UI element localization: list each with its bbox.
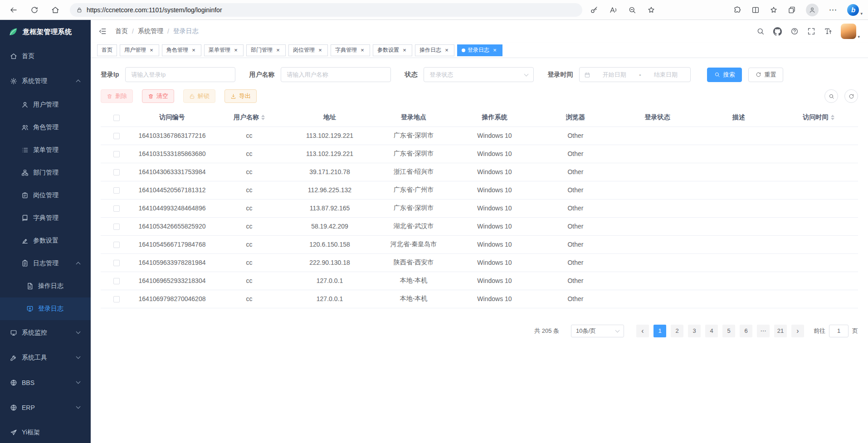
close-icon[interactable]: × [317, 47, 323, 54]
font-size-button[interactable] [824, 27, 832, 35]
status-select[interactable]: 登录状态 [424, 67, 534, 82]
user-avatar-menu[interactable]: ▾ [841, 24, 860, 39]
close-icon[interactable]: × [233, 47, 239, 54]
favorites-bar-icon[interactable] [770, 6, 778, 14]
toggle-search-button[interactable] [824, 89, 838, 103]
prev-page-button[interactable]: ‹ [636, 325, 649, 337]
sidebar-item-system-tools[interactable]: 系统工具 [0, 345, 91, 370]
sidebar-item-dict-mgmt[interactable]: 字典管理 [0, 207, 91, 229]
page-button-1[interactable]: 1 [653, 325, 666, 337]
home-button[interactable] [47, 2, 63, 18]
sidebar-item-user-mgmt[interactable]: 用户管理 [0, 93, 91, 116]
export-button[interactable]: 导出 [224, 89, 257, 103]
tab-param-settings[interactable]: 参数设置 × [373, 44, 412, 56]
row-checkbox[interactable] [113, 133, 120, 139]
row-checkbox[interactable] [113, 260, 120, 266]
address-bar[interactable]: https://ccnetcore.com:1101/system/log/lo… [70, 3, 582, 17]
page-button-4[interactable]: 4 [705, 325, 718, 337]
breadcrumb-home[interactable]: 首页 [115, 27, 128, 35]
tab-user-mgmt[interactable]: 用户管理 × [120, 44, 159, 56]
sidebar-item-erp[interactable]: ERP [0, 395, 91, 420]
tab-menu-mgmt[interactable]: 菜单管理 × [204, 44, 244, 56]
read-aloud-icon[interactable] [607, 4, 619, 16]
sidebar-item-log-mgmt[interactable]: 日志管理 [0, 252, 91, 275]
date-range-picker[interactable]: 开始日期 - 结束日期 [579, 67, 691, 82]
tab-post-mgmt[interactable]: 岗位管理 × [288, 44, 328, 56]
refresh-table-button[interactable] [844, 89, 858, 103]
reset-button[interactable]: 重置 [748, 68, 783, 82]
username-input[interactable] [281, 67, 391, 82]
split-screen-icon[interactable] [751, 6, 760, 14]
tab-login-log[interactable]: 登录日志 × [457, 44, 502, 56]
sidebar-item-yi-framework[interactable]: Yi框架 [0, 420, 91, 443]
close-icon[interactable]: × [444, 47, 450, 54]
close-icon[interactable]: × [492, 47, 498, 54]
row-checkbox[interactable] [113, 242, 120, 248]
collections-icon[interactable] [788, 6, 796, 14]
row-checkbox[interactable] [113, 224, 120, 230]
goto-page-input[interactable] [829, 325, 848, 337]
row-checkbox[interactable] [113, 187, 120, 194]
sidebar-item-role-mgmt[interactable]: 角色管理 [0, 116, 91, 139]
fullscreen-button[interactable] [807, 27, 815, 35]
search-button[interactable]: 搜索 [707, 68, 742, 82]
close-icon[interactable]: × [359, 47, 366, 54]
tab-home[interactable]: 首页 [97, 44, 117, 56]
sidebar-item-bbs[interactable]: BBS [0, 370, 91, 395]
clear-button[interactable]: 清空 [142, 89, 174, 103]
sidebar-item-post-mgmt[interactable]: 岗位管理 [0, 184, 91, 207]
ip-input[interactable] [125, 67, 235, 82]
date-start-placeholder: 开始日期 [594, 71, 634, 79]
header-search-button[interactable] [756, 27, 765, 35]
github-button[interactable] [773, 27, 782, 36]
page-button-2[interactable]: 2 [671, 325, 683, 337]
row-checkbox[interactable] [113, 278, 120, 284]
tab-role-mgmt[interactable]: 角色管理 × [162, 44, 201, 56]
page-size-select[interactable]: 10条/页 [571, 325, 624, 337]
sidebar-item-menu-mgmt[interactable]: 菜单管理 [0, 139, 91, 161]
column-access-time[interactable]: 访问时间 [779, 108, 858, 127]
help-button[interactable] [790, 27, 799, 35]
sidebar-item-login-log[interactable]: 登录日志 [0, 297, 91, 320]
tab-dept-mgmt[interactable]: 部门管理 × [246, 44, 286, 56]
next-page-button[interactable]: › [791, 325, 804, 337]
sidebar-item-operation-log[interactable]: 操作日志 [0, 275, 91, 297]
row-checkbox[interactable] [113, 205, 120, 212]
page-button-3[interactable]: 3 [688, 325, 701, 337]
sidebar-item-system-monitor[interactable]: 系统监控 [0, 320, 91, 345]
page-button-6[interactable]: 6 [740, 325, 752, 337]
close-icon[interactable]: × [148, 47, 155, 54]
row-checkbox[interactable] [113, 151, 120, 157]
breadcrumb-system-mgmt[interactable]: 系统管理 [138, 27, 163, 35]
sidebar-item-system-mgmt[interactable]: 系统管理 [0, 68, 91, 93]
tab-dict-mgmt[interactable]: 字典管理 × [331, 44, 370, 56]
more-pages-button[interactable]: ⋯ [757, 325, 770, 337]
page-button-21[interactable]: 21 [774, 325, 787, 337]
close-icon[interactable]: × [190, 47, 197, 54]
collapse-sidebar-button[interactable] [97, 26, 108, 37]
copilot-button[interactable]: b ▾ [847, 4, 863, 16]
sidebar-item-dept-mgmt[interactable]: 部门管理 [0, 161, 91, 184]
close-icon[interactable]: × [275, 47, 281, 54]
select-all-checkbox[interactable] [113, 115, 120, 121]
tab-operation-log[interactable]: 操作日志 × [415, 44, 454, 56]
sidebar-item-param-settings[interactable]: 参数设置 [0, 229, 91, 252]
zoom-icon[interactable] [626, 4, 639, 16]
unlock-button[interactable]: 解锁 [183, 89, 215, 103]
sidebar-item-home[interactable]: 首页 [0, 44, 91, 68]
browser-menu-icon[interactable]: ⋯ [829, 5, 837, 15]
page-button-5[interactable]: 5 [722, 325, 735, 337]
column-username[interactable]: 用户名称 [212, 108, 287, 127]
extensions-icon[interactable] [733, 6, 741, 14]
refresh-button[interactable] [26, 2, 43, 18]
sort-icon[interactable] [261, 115, 265, 120]
delete-button[interactable]: 删除 [101, 89, 133, 103]
sort-icon[interactable] [831, 115, 834, 120]
back-button[interactable] [5, 2, 22, 18]
close-icon[interactable]: × [401, 47, 408, 54]
row-checkbox[interactable] [113, 169, 120, 175]
password-key-icon[interactable] [588, 4, 600, 16]
row-checkbox[interactable] [113, 296, 120, 302]
favorites-star-icon[interactable] [645, 4, 658, 16]
browser-profile-avatar[interactable] [806, 4, 819, 16]
